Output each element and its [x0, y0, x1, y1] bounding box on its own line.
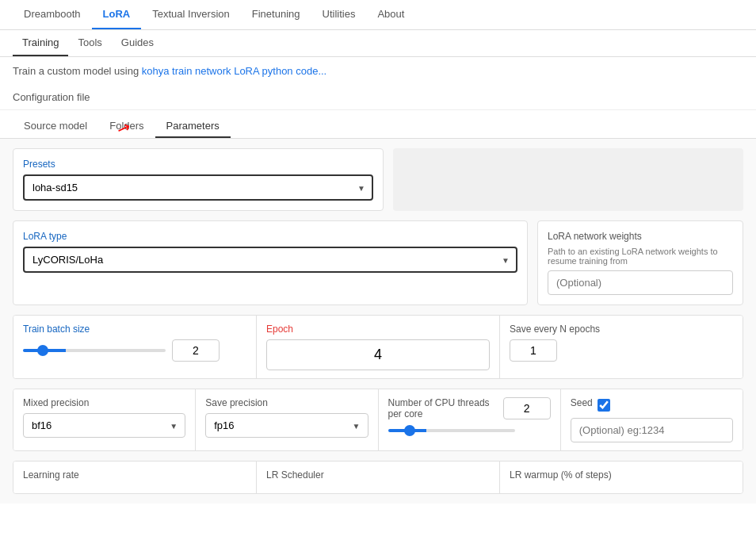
top-nav-about[interactable]: About — [366, 0, 415, 29]
presets-row: Presets loha-sd15 locon-sd15 loha-sdxl — [13, 148, 743, 211]
epoch-cell: Epoch — [257, 316, 500, 378]
cpu-threads-input[interactable] — [503, 397, 551, 419]
params-tab-parameters[interactable]: Parameters — [155, 115, 231, 138]
params-tab-source-model[interactable]: Source model — [13, 115, 98, 138]
save-every-n-epochs-cell: Save every N epochs — [500, 316, 743, 378]
description-text: Train a custom model using — [13, 65, 142, 77]
lr-warmup-cell: LR warmup (% of steps) — [500, 461, 743, 493]
lora-network-weights-card: LoRA network weights Path to an existing… — [537, 220, 743, 305]
train-batch-size-slider[interactable] — [23, 349, 166, 352]
lora-type-select-wrapper: LyCORIS/LoHa LyCORIS/LoCon Standard — [23, 247, 517, 273]
sub-nav: Training Tools Guides — [0, 30, 756, 57]
seed-header: Seed — [571, 397, 733, 413]
config-file-row: Configuration file — [0, 85, 756, 110]
lora-network-weights-input[interactable] — [548, 270, 733, 295]
train-batch-size-slider-row — [23, 339, 246, 362]
config-file-label: Configuration file — [13, 91, 90, 103]
top-nav-textual-inversion[interactable]: Textual Inversion — [141, 0, 241, 29]
lora-type-select[interactable]: LyCORIS/LoHa LyCORIS/LoCon Standard — [23, 247, 517, 273]
lr-scheduler-cell: LR Scheduler — [257, 461, 500, 493]
lora-type-label: LoRA type — [23, 231, 517, 242]
top-nav-lora[interactable]: LoRA — [92, 0, 142, 29]
top-nav: Dreambooth LoRA Textual Inversion Finetu… — [0, 0, 756, 30]
save-precision-select[interactable]: fp16 bf16 float — [205, 413, 368, 438]
top-nav-finetuning[interactable]: Finetuning — [241, 0, 311, 29]
train-batch-size-input[interactable] — [172, 339, 220, 362]
lora-network-weights-label: LoRA network weights — [548, 231, 733, 242]
lora-type-card: LoRA type LyCORIS/LoHa LyCORIS/LoCon Sta… — [13, 220, 528, 305]
description-link[interactable]: kohya train network LoRA python code... — [142, 65, 326, 77]
epoch-label: Epoch — [266, 324, 490, 335]
train-batch-size-label: Train batch size — [23, 324, 246, 335]
lora-network-weights-desc: Path to an existing LoRA network weights… — [548, 247, 733, 266]
seed-label: Seed — [571, 397, 593, 408]
seed-input[interactable] — [571, 418, 733, 442]
lr-row: Learning rate LR Scheduler LR warmup (% … — [13, 461, 743, 494]
precision-seed-row: Mixed precision bf16 fp16 no Save precis… — [13, 389, 743, 451]
description: Train a custom model using kohya train n… — [0, 57, 756, 85]
mixed-precision-label: Mixed precision — [23, 397, 185, 408]
save-every-n-epochs-label: Save every N epochs — [510, 324, 733, 335]
cpu-threads-top: Number of CPU threads per core — [388, 397, 551, 424]
cpu-threads-slider[interactable] — [388, 429, 515, 432]
top-nav-dreambooth[interactable]: Dreambooth — [13, 0, 92, 29]
lr-scheduler-label: LR Scheduler — [266, 469, 490, 481]
save-precision-select-wrapper: fp16 bf16 float — [205, 413, 368, 438]
presets-select-wrapper: loha-sd15 locon-sd15 loha-sdxl — [23, 174, 373, 201]
presets-label: Presets — [23, 159, 373, 170]
presets-select[interactable]: loha-sd15 locon-sd15 loha-sdxl — [23, 174, 373, 201]
mixed-precision-cell: Mixed precision bf16 fp16 no — [13, 389, 196, 450]
epoch-input[interactable] — [266, 339, 490, 370]
params-tabs: Source model Folders Parameters ↗ — [0, 110, 756, 139]
train-batch-size-cell: Train batch size — [13, 316, 257, 378]
presets-right-empty — [393, 148, 743, 211]
lora-type-row: LoRA type LyCORIS/LoHa LyCORIS/LoCon Sta… — [13, 220, 743, 305]
cpu-threads-slider-row — [388, 429, 551, 432]
seed-cell: Seed — [561, 389, 743, 450]
sub-nav-guides[interactable]: Guides — [112, 30, 163, 56]
sub-nav-tools[interactable]: Tools — [68, 30, 111, 56]
main-content: Presets loha-sd15 locon-sd15 loha-sdxl L… — [0, 139, 756, 504]
learning-rate-label: Learning rate — [23, 469, 246, 481]
seed-checkbox[interactable] — [598, 399, 610, 412]
mixed-precision-select[interactable]: bf16 fp16 no — [23, 413, 185, 438]
learning-rate-cell: Learning rate — [13, 461, 257, 493]
top-nav-utilities[interactable]: Utilities — [311, 0, 367, 29]
cpu-threads-cell: Number of CPU threads per core — [379, 389, 561, 450]
sub-nav-training[interactable]: Training — [13, 30, 68, 56]
cpu-threads-label: Number of CPU threads per core — [388, 397, 497, 419]
lr-warmup-label: LR warmup (% of steps) — [510, 469, 733, 481]
save-precision-label: Save precision — [205, 397, 368, 408]
save-precision-cell: Save precision fp16 bf16 float — [196, 389, 378, 450]
mixed-precision-select-wrapper: bf16 fp16 no — [23, 413, 185, 438]
save-every-n-epochs-input[interactable] — [510, 339, 557, 362]
batch-epoch-row: Train batch size Epoch Save every N epoc… — [13, 315, 743, 379]
presets-card: Presets loha-sd15 locon-sd15 loha-sdxl — [13, 148, 384, 211]
